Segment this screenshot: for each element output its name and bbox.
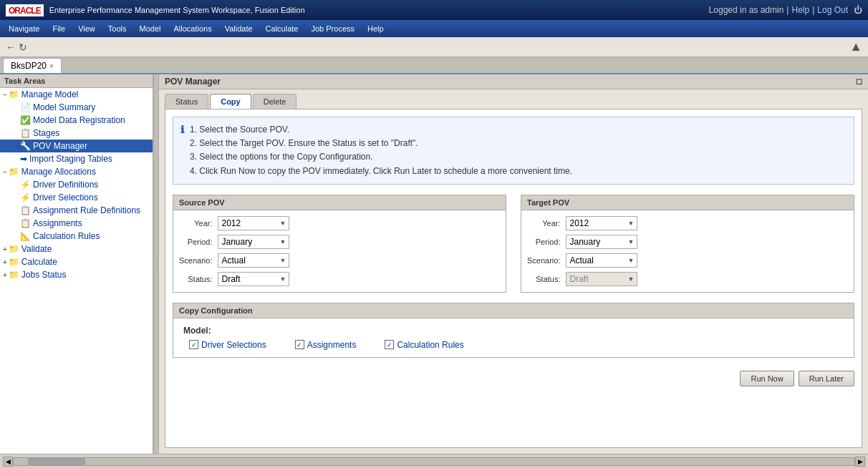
sidebar-item-calculate[interactable]: + 📁 Calculate xyxy=(0,255,153,268)
menu-tools[interactable]: Tools xyxy=(102,23,132,34)
expand-icon-5: + xyxy=(3,271,7,279)
menu-bar: Navigate File View Tools Model Allocatio… xyxy=(0,20,868,37)
pov-tab-delete[interactable]: Delete xyxy=(253,94,297,109)
main-tab[interactable]: BksDP20 × xyxy=(3,58,62,73)
sidebar-item-validate[interactable]: + 📁 Validate xyxy=(0,243,153,255)
scrollbar-track[interactable] xyxy=(13,457,855,466)
info-box: ℹ 1. Select the Source POV. 2. Select th… xyxy=(173,117,854,185)
sidebar-item-driver-selections[interactable]: ⚡ Driver Selections xyxy=(0,191,153,204)
source-status-label: Status: xyxy=(179,275,212,283)
source-scenario-select[interactable]: Actual ▼ xyxy=(218,253,289,268)
scrollbar-thumb[interactable] xyxy=(28,458,85,465)
sidebar-item-assignment-rule-definitions[interactable]: 📋 Assignment Rule Definitions xyxy=(0,204,153,217)
target-status-select: Draft ▼ xyxy=(566,272,637,286)
arrow-icon: ➡ xyxy=(20,154,27,164)
check-icon: ✅ xyxy=(20,115,31,125)
source-year-label: Year: xyxy=(179,219,212,228)
instructions: 1. Select the Source POV. 2. Select the … xyxy=(190,123,572,178)
dropdown-arrow-icon-7: ▼ xyxy=(628,257,635,264)
dropdown-arrow-icon-2: ▼ xyxy=(280,238,286,245)
power-icon: ⏻ xyxy=(854,5,862,15)
oracle-logo: ORACLE xyxy=(6,4,44,16)
run-later-button[interactable]: Run Later xyxy=(799,371,854,386)
user-info-area: Logged in as admin | Help | Log Out ⏻ xyxy=(709,5,862,15)
checkbox-calculation-rules[interactable]: ✓ Calculation Rules xyxy=(385,340,463,350)
scroll-right-icon[interactable]: ▶ xyxy=(855,457,865,467)
resize-dots-icon: ⋮ xyxy=(154,261,158,268)
menu-view[interactable]: View xyxy=(72,23,101,34)
source-pov-header: Source POV xyxy=(173,195,506,210)
sidebar-item-driver-definitions[interactable]: ⚡ Driver Definitions xyxy=(0,178,153,191)
back-icon[interactable]: ← xyxy=(6,42,16,53)
sidebar-item-jobs-status[interactable]: + 📁 Jobs Status xyxy=(0,268,153,281)
doc-icon: 📄 xyxy=(20,102,31,112)
pov-tab-copy[interactable]: Copy xyxy=(210,94,251,109)
pov-tab-strip: Status Copy Delete xyxy=(159,89,868,109)
dropdown-arrow-icon-3: ▼ xyxy=(280,257,286,264)
source-pov-section: Source POV Year: 2012 ▼ Period: January … xyxy=(173,195,506,293)
target-period-select[interactable]: January ▼ xyxy=(566,235,637,249)
copy-config-section: Copy Configuration Model: ✓ Driver Selec… xyxy=(173,303,854,358)
checkbox-icon-3: ✓ xyxy=(385,340,394,349)
sidebar-item-pov-manager[interactable]: 🔧 POV Manager xyxy=(0,140,153,152)
run-now-button[interactable]: Run Now xyxy=(740,371,794,386)
menu-model[interactable]: Model xyxy=(134,23,167,34)
sidebar-item-manage-allocations[interactable]: − 📁 Manage Allocations xyxy=(0,165,153,178)
logout-link[interactable]: Log Out xyxy=(817,5,848,15)
menu-allocations[interactable]: Allocations xyxy=(168,23,217,34)
checkbox-assignments[interactable]: ✓ Assignments xyxy=(295,340,357,350)
sidebar-item-assignments[interactable]: 📋 Assignments xyxy=(0,217,153,230)
menu-file[interactable]: File xyxy=(47,23,71,34)
target-year-select[interactable]: 2012 ▼ xyxy=(566,216,637,230)
collapse-icon-2: − xyxy=(3,168,7,176)
source-period-select[interactable]: January ▼ xyxy=(218,235,289,249)
target-status-label: Status: xyxy=(527,275,560,283)
target-year-label: Year: xyxy=(527,219,560,228)
folder-icon: 📁 xyxy=(9,89,19,99)
resize-handle[interactable]: ⋮ xyxy=(153,74,159,454)
menu-job-process[interactable]: Job Process xyxy=(305,23,360,34)
refresh-icon[interactable]: ↻ xyxy=(19,42,27,53)
folder-icon-4: 📁 xyxy=(9,257,19,267)
target-period-label: Period: xyxy=(527,238,560,246)
source-status-select[interactable]: Draft ▼ xyxy=(218,272,289,286)
checkbox-icon-2: ✓ xyxy=(295,340,304,349)
pov-tab-status[interactable]: Status xyxy=(165,94,208,109)
help-link[interactable]: Help xyxy=(791,5,809,15)
menu-validate[interactable]: Validate xyxy=(219,23,259,34)
main-layout: Task Areas − 📁 Manage Model 📄 Model Summ… xyxy=(0,74,868,454)
menu-help[interactable]: Help xyxy=(362,23,390,34)
target-pov-header: Target POV xyxy=(521,195,854,210)
sidebar-item-import-staging[interactable]: ➡ Import Staging Tables xyxy=(0,152,153,165)
folder-icon-3: 📁 xyxy=(9,244,19,254)
dropdown-arrow-icon-6: ▼ xyxy=(628,238,635,245)
sidebar-header: Task Areas xyxy=(0,74,153,88)
tab-close-icon[interactable]: × xyxy=(49,62,54,70)
target-scenario-select[interactable]: Actual ▼ xyxy=(566,253,637,268)
sidebar-item-model-summary[interactable]: 📄 Model Summary xyxy=(0,101,153,114)
rule-icon: 📋 xyxy=(20,205,31,215)
copy-config-body: Model: ✓ Driver Selections ✓ Assignments… xyxy=(173,318,854,357)
toolbar: ← ↻ ▲ xyxy=(0,37,868,57)
user-label: Logged in as admin xyxy=(709,5,784,15)
sidebar-item-stages[interactable]: 📋 Stages xyxy=(0,127,153,140)
model-label: Model: xyxy=(183,326,844,336)
sidebar-item-manage-model[interactable]: − 📁 Manage Model xyxy=(0,88,153,101)
menu-calculate[interactable]: Calculate xyxy=(260,23,304,34)
menu-navigate[interactable]: Navigate xyxy=(3,23,45,34)
scroll-left-icon[interactable]: ◀ xyxy=(3,457,13,467)
maximize-icon[interactable]: ☐ xyxy=(856,78,862,86)
tab-strip: BksDP20 × xyxy=(0,57,868,74)
folder-icon-5: 📁 xyxy=(9,270,19,280)
sidebar-item-calculation-rules[interactable]: 📐 Calculation Rules xyxy=(0,230,153,243)
checkbox-icon-1: ✓ xyxy=(189,340,198,349)
toggle-icon[interactable]: ▲ xyxy=(849,39,862,54)
pov-sections: Source POV Year: 2012 ▼ Period: January … xyxy=(173,195,854,293)
source-year-select[interactable]: 2012 ▼ xyxy=(218,216,289,230)
checkbox-driver-selections[interactable]: ✓ Driver Selections xyxy=(189,340,266,350)
info-icon: ℹ xyxy=(180,124,184,135)
expand-icon-3: + xyxy=(3,245,7,253)
source-period-label: Period: xyxy=(179,238,212,246)
source-pov-fields: Year: 2012 ▼ Period: January ▼ Scenario: xyxy=(173,210,506,292)
sidebar-item-model-data-registration[interactable]: ✅ Model Data Registration xyxy=(0,114,153,127)
